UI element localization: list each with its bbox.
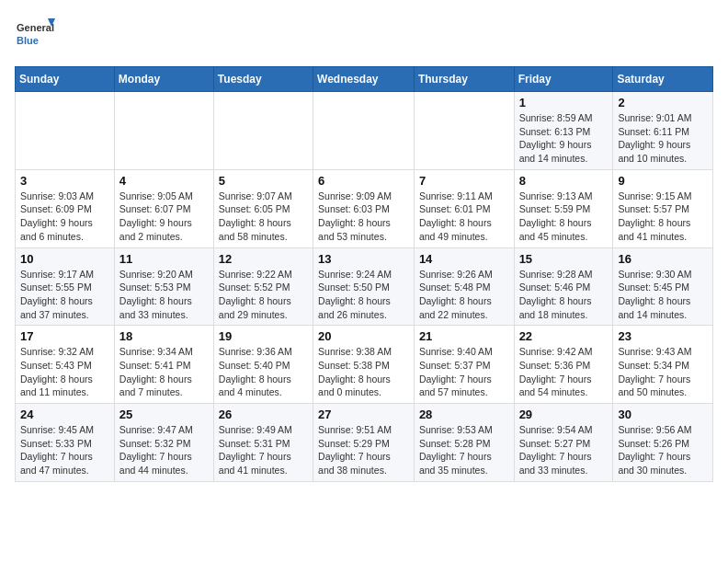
day-number: 4 (119, 174, 209, 188)
weekday-header: Tuesday (213, 67, 313, 92)
day-info: Sunrise: 9:11 AM Sunset: 6:01 PM Dayligh… (419, 190, 509, 244)
svg-text:Blue: Blue (17, 35, 39, 46)
calendar-cell: 18Sunrise: 9:34 AM Sunset: 5:41 PM Dayli… (114, 326, 213, 404)
day-number: 28 (419, 408, 509, 421)
calendar-cell: 26Sunrise: 9:49 AM Sunset: 5:31 PM Dayli… (213, 404, 313, 482)
day-info: Sunrise: 9:51 AM Sunset: 5:29 PM Dayligh… (318, 423, 409, 477)
day-info: Sunrise: 9:43 AM Sunset: 5:34 PM Dayligh… (618, 345, 708, 399)
calendar-header: SundayMondayTuesdayWednesdayThursdayFrid… (16, 67, 713, 92)
day-number: 19 (219, 329, 308, 343)
day-info: Sunrise: 9:22 AM Sunset: 5:52 PM Dayligh… (219, 268, 308, 322)
calendar-cell (114, 92, 213, 170)
day-info: Sunrise: 9:15 AM Sunset: 5:57 PM Dayligh… (618, 190, 708, 244)
calendar-cell: 17Sunrise: 9:32 AM Sunset: 5:43 PM Dayli… (16, 326, 115, 404)
day-info: Sunrise: 9:40 AM Sunset: 5:37 PM Dayligh… (419, 345, 509, 399)
calendar-cell: 9Sunrise: 9:15 AM Sunset: 5:57 PM Daylig… (613, 169, 713, 247)
day-info: Sunrise: 9:49 AM Sunset: 5:31 PM Dayligh… (219, 423, 308, 477)
calendar-cell: 2Sunrise: 9:01 AM Sunset: 6:11 PM Daylig… (613, 92, 713, 170)
day-info: Sunrise: 9:09 AM Sunset: 6:03 PM Dayligh… (318, 190, 409, 244)
day-info: Sunrise: 9:13 AM Sunset: 5:59 PM Dayligh… (519, 190, 609, 244)
day-info: Sunrise: 9:30 AM Sunset: 5:45 PM Dayligh… (618, 268, 708, 322)
calendar-cell: 21Sunrise: 9:40 AM Sunset: 5:37 PM Dayli… (414, 326, 514, 404)
calendar-cell (213, 92, 313, 170)
day-number: 25 (119, 408, 209, 421)
weekday-header: Friday (514, 67, 613, 92)
day-number: 12 (219, 252, 308, 266)
weekday-header: Monday (114, 67, 213, 92)
header: General Blue (15, 15, 713, 55)
calendar-cell: 14Sunrise: 9:26 AM Sunset: 5:48 PM Dayli… (414, 247, 514, 326)
day-number: 10 (20, 252, 109, 266)
calendar-cell (313, 92, 415, 170)
day-number: 5 (219, 174, 308, 188)
day-info: Sunrise: 9:26 AM Sunset: 5:48 PM Dayligh… (419, 268, 509, 322)
calendar-cell: 30Sunrise: 9:56 AM Sunset: 5:26 PM Dayli… (613, 404, 713, 482)
calendar-cell: 12Sunrise: 9:22 AM Sunset: 5:52 PM Dayli… (213, 247, 313, 326)
day-number: 30 (618, 408, 708, 421)
logo-icon: General Blue (15, 15, 55, 55)
day-info: Sunrise: 8:59 AM Sunset: 6:13 PM Dayligh… (519, 111, 609, 166)
day-info: Sunrise: 9:54 AM Sunset: 5:27 PM Dayligh… (519, 423, 609, 477)
calendar-table: SundayMondayTuesdayWednesdayThursdayFrid… (15, 66, 713, 482)
day-number: 29 (519, 408, 609, 421)
day-info: Sunrise: 9:05 AM Sunset: 6:07 PM Dayligh… (119, 190, 209, 244)
calendar-cell: 8Sunrise: 9:13 AM Sunset: 5:59 PM Daylig… (514, 169, 613, 247)
day-info: Sunrise: 9:34 AM Sunset: 5:41 PM Dayligh… (119, 345, 209, 399)
calendar-cell: 27Sunrise: 9:51 AM Sunset: 5:29 PM Dayli… (313, 404, 415, 482)
calendar-cell: 16Sunrise: 9:30 AM Sunset: 5:45 PM Dayli… (613, 247, 713, 326)
day-info: Sunrise: 9:45 AM Sunset: 5:33 PM Dayligh… (20, 423, 109, 477)
calendar-cell (414, 92, 514, 170)
day-number: 18 (119, 329, 209, 343)
day-number: 27 (318, 408, 409, 421)
day-number: 8 (519, 174, 609, 188)
day-number: 20 (318, 329, 409, 343)
day-number: 11 (119, 252, 209, 266)
day-number: 24 (20, 408, 109, 421)
calendar-cell: 23Sunrise: 9:43 AM Sunset: 5:34 PM Dayli… (613, 326, 713, 404)
day-info: Sunrise: 9:32 AM Sunset: 5:43 PM Dayligh… (20, 345, 109, 399)
day-number: 9 (618, 174, 708, 188)
calendar-cell: 29Sunrise: 9:54 AM Sunset: 5:27 PM Dayli… (514, 404, 613, 482)
day-info: Sunrise: 9:07 AM Sunset: 6:05 PM Dayligh… (219, 190, 308, 244)
day-number: 22 (519, 329, 609, 343)
calendar-cell: 7Sunrise: 9:11 AM Sunset: 6:01 PM Daylig… (414, 169, 514, 247)
day-number: 1 (519, 96, 609, 109)
day-info: Sunrise: 9:28 AM Sunset: 5:46 PM Dayligh… (519, 268, 609, 322)
day-number: 14 (419, 252, 509, 266)
day-number: 7 (419, 174, 509, 188)
calendar-cell: 19Sunrise: 9:36 AM Sunset: 5:40 PM Dayli… (213, 326, 313, 404)
day-number: 3 (20, 174, 109, 188)
day-number: 21 (419, 329, 509, 343)
day-info: Sunrise: 9:03 AM Sunset: 6:09 PM Dayligh… (20, 190, 109, 244)
day-number: 17 (20, 329, 109, 343)
calendar-cell: 22Sunrise: 9:42 AM Sunset: 5:36 PM Dayli… (514, 326, 613, 404)
day-number: 16 (618, 252, 708, 266)
calendar-cell: 25Sunrise: 9:47 AM Sunset: 5:32 PM Dayli… (114, 404, 213, 482)
svg-text:General: General (17, 22, 54, 33)
day-info: Sunrise: 9:42 AM Sunset: 5:36 PM Dayligh… (519, 345, 609, 399)
calendar-cell (16, 92, 115, 170)
weekday-header: Wednesday (313, 67, 415, 92)
calendar-cell: 13Sunrise: 9:24 AM Sunset: 5:50 PM Dayli… (313, 247, 415, 326)
calendar-cell: 15Sunrise: 9:28 AM Sunset: 5:46 PM Dayli… (514, 247, 613, 326)
calendar-cell: 1Sunrise: 8:59 AM Sunset: 6:13 PM Daylig… (514, 92, 613, 170)
day-info: Sunrise: 9:24 AM Sunset: 5:50 PM Dayligh… (318, 268, 409, 322)
day-number: 26 (219, 408, 308, 421)
day-info: Sunrise: 9:17 AM Sunset: 5:55 PM Dayligh… (20, 268, 109, 322)
day-number: 13 (318, 252, 409, 266)
calendar-cell: 28Sunrise: 9:53 AM Sunset: 5:28 PM Dayli… (414, 404, 514, 482)
calendar-cell: 11Sunrise: 9:20 AM Sunset: 5:53 PM Dayli… (114, 247, 213, 326)
calendar-cell: 6Sunrise: 9:09 AM Sunset: 6:03 PM Daylig… (313, 169, 415, 247)
day-number: 6 (318, 174, 409, 188)
day-number: 2 (618, 96, 708, 109)
weekday-header: Sunday (16, 67, 115, 92)
day-number: 23 (618, 329, 708, 343)
logo: General Blue (15, 15, 55, 55)
day-info: Sunrise: 9:36 AM Sunset: 5:40 PM Dayligh… (219, 345, 308, 399)
day-info: Sunrise: 9:01 AM Sunset: 6:11 PM Dayligh… (618, 111, 708, 166)
weekday-header: Thursday (414, 67, 514, 92)
day-info: Sunrise: 9:20 AM Sunset: 5:53 PM Dayligh… (119, 268, 209, 322)
day-info: Sunrise: 9:53 AM Sunset: 5:28 PM Dayligh… (419, 423, 509, 477)
day-info: Sunrise: 9:47 AM Sunset: 5:32 PM Dayligh… (119, 423, 209, 477)
calendar-cell: 4Sunrise: 9:05 AM Sunset: 6:07 PM Daylig… (114, 169, 213, 247)
